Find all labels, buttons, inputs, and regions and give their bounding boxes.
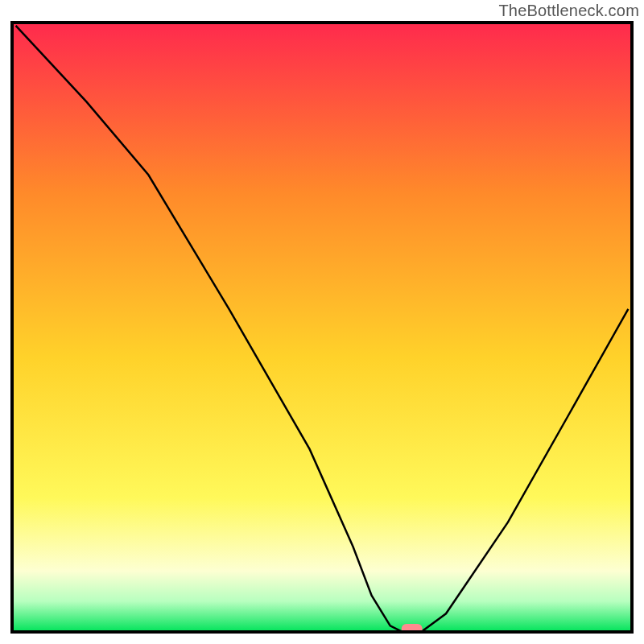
- chart-container: TheBottleneck.com: [0, 0, 644, 644]
- chart-svg: [0, 0, 644, 644]
- plot-area: [12, 23, 632, 632]
